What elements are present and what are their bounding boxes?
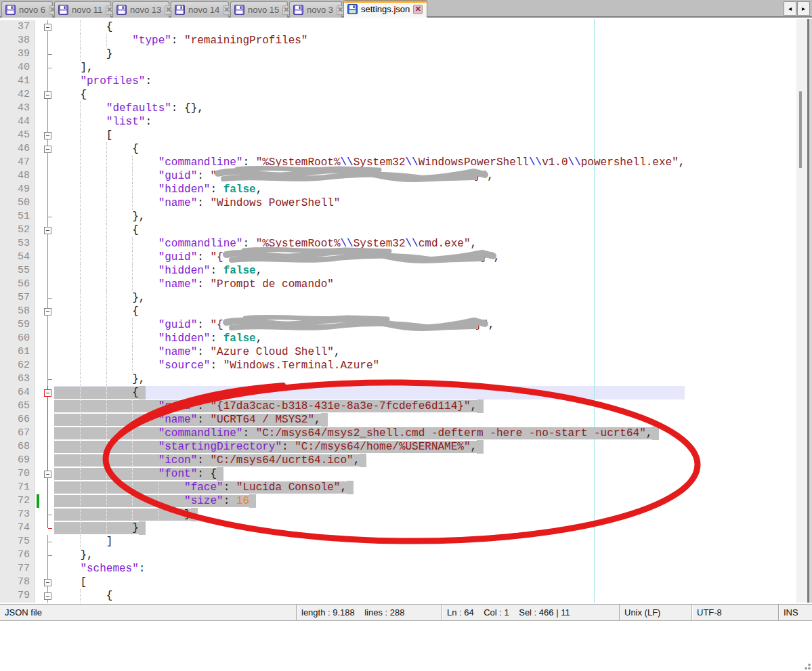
code-text-area[interactable]: [ — [54, 576, 685, 589]
code-text-area[interactable]: "name": "Azure Cloud Shell", — [54, 345, 685, 359]
code-text-area[interactable]: }, — [54, 291, 685, 305]
code-line-51[interactable]: 51 }, — [0, 210, 685, 223]
code-line-68[interactable]: 68 "startingDirectory": "C:/msys64/home/… — [0, 440, 685, 454]
code-line-46[interactable]: 46 { — [0, 142, 685, 156]
code-line-59[interactable]: 59 "guid": "{}", — [0, 318, 685, 332]
editor-pane[interactable]: 37 {38 "type": "remainingProfiles"39 }40… — [0, 19, 812, 603]
code-line-48[interactable]: 48 "guid": "}", — [0, 169, 685, 183]
code-text-area[interactable]: "name": "Windows PowerShell" — [54, 196, 685, 210]
fold-toggle[interactable] — [44, 227, 51, 234]
resize-grip[interactable] — [803, 662, 811, 670]
tab-scroll-right-button[interactable]: ▸ — [797, 1, 810, 16]
code-text-area[interactable]: "commandline": "%SystemRoot%\\System32\\… — [54, 156, 685, 169]
code-line-39[interactable]: 39 } — [0, 47, 685, 61]
code-line-50[interactable]: 50 "name": "Windows PowerShell" — [0, 196, 685, 210]
fold-toggle[interactable] — [44, 579, 51, 586]
code-text-area[interactable]: }, — [54, 372, 685, 386]
code-text-area[interactable]: }, — [54, 548, 685, 562]
code-text-area[interactable]: } — [54, 508, 685, 521]
tab-novo-6[interactable]: novo 6✕ — [1, 1, 53, 18]
code-line-40[interactable]: 40 ], — [0, 61, 685, 74]
code-line-47[interactable]: 47 "commandline": "%SystemRoot%\\System3… — [0, 156, 685, 169]
code-text-area[interactable]: "guid": "{}", — [54, 251, 685, 264]
code-line-77[interactable]: 77 "schemes": — [0, 562, 685, 576]
code-line-74[interactable]: 74 } — [0, 521, 685, 535]
code-text-area[interactable]: "hidden": false, — [54, 332, 685, 345]
code-text-area[interactable]: "startingDirectory": "C:/msys64/home/%US… — [54, 440, 685, 454]
fold-toggle[interactable] — [44, 471, 51, 478]
code-line-63[interactable]: 63 }, — [0, 372, 685, 386]
code-text-area[interactable]: "guid": "{17da3cac-b318-431e-8a3e-7fcdef… — [54, 399, 685, 413]
code-line-79[interactable]: 79 { — [0, 589, 685, 603]
tab-novo-3[interactable]: novo 3✕ — [289, 1, 342, 18]
code-text-area[interactable]: "hidden": false, — [54, 183, 685, 196]
code-line-42[interactable]: 42 { — [0, 88, 685, 102]
code-line-65[interactable]: 65 "guid": "{17da3cac-b318-431e-8a3e-7fc… — [0, 399, 685, 413]
code-text-area[interactable]: "face": "Lucida Console", — [54, 481, 685, 494]
code-line-41[interactable]: 41 "profiles": — [0, 74, 685, 88]
code-line-66[interactable]: 66 "name": "UCRT64 / MSYS2", — [0, 413, 685, 427]
tab-settings.json[interactable]: settings.json✕ — [343, 0, 427, 18]
code-line-72[interactable]: 72 "size": 16 — [0, 494, 685, 508]
vertical-scrollbar-thumb[interactable] — [799, 91, 802, 168]
code-line-43[interactable]: 43 "defaults": {}, — [0, 102, 685, 115]
code-text-area[interactable]: "profiles": — [54, 74, 685, 88]
fold-toggle[interactable] — [44, 389, 51, 397]
code-line-58[interactable]: 58 { — [0, 305, 685, 318]
code-text-area[interactable]: "name": "Prompt de comando" — [54, 278, 685, 291]
fold-toggle[interactable] — [44, 308, 51, 316]
code-text-area[interactable]: "hidden": false, — [54, 264, 685, 278]
code-text-area[interactable]: "commandline": "C:/msys64/msys2_shell.cm… — [54, 427, 685, 440]
code-text-area[interactable]: "source": "Windows.Terminal.Azure" — [54, 359, 685, 372]
code-text-area[interactable]: "guid": "{}", — [54, 318, 685, 332]
tab-novo-15[interactable]: novo 15✕ — [230, 1, 288, 18]
vertical-scrollbar-track[interactable] — [796, 19, 807, 603]
code-text-area[interactable]: } — [54, 47, 685, 61]
code-line-61[interactable]: 61 "name": "Azure Cloud Shell", — [0, 345, 685, 359]
code-text-area[interactable]: { — [54, 386, 685, 399]
code-line-69[interactable]: 69 "icon": "C:/msys64/ucrt64.ico", — [0, 454, 685, 467]
code-text-area[interactable]: "defaults": {}, — [54, 102, 685, 115]
code-line-45[interactable]: 45 [ — [0, 129, 685, 142]
code-text-area[interactable]: [ — [54, 129, 685, 142]
code-text-area[interactable]: "commandline": "%SystemRoot%\\System32\\… — [54, 237, 685, 251]
code-line-71[interactable]: 71 "face": "Lucida Console", — [0, 481, 685, 494]
code-line-37[interactable]: 37 { — [0, 20, 685, 34]
code-text-area[interactable]: "list": — [54, 115, 685, 129]
code-text-area[interactable]: "guid": "}", — [54, 169, 685, 183]
code-line-76[interactable]: 76 }, — [0, 548, 685, 562]
fold-toggle[interactable] — [44, 91, 51, 99]
code-text-area[interactable]: } — [54, 521, 685, 535]
tab-novo-14[interactable]: novo 14✕ — [171, 1, 229, 18]
code-line-53[interactable]: 53 "commandline": "%SystemRoot%\\System3… — [0, 237, 685, 251]
code-line-70[interactable]: 70 "font": { — [0, 467, 685, 481]
fold-toggle[interactable] — [44, 146, 51, 153]
tab-close-icon[interactable]: ✕ — [413, 5, 423, 14]
code-text-area[interactable]: { — [54, 305, 685, 318]
code-line-60[interactable]: 60 "hidden": false, — [0, 332, 685, 345]
tab-novo-13[interactable]: novo 13✕ — [112, 1, 169, 18]
code-line-78[interactable]: 78 [ — [0, 576, 685, 589]
code-text-area[interactable]: { — [54, 589, 685, 603]
code-text-area[interactable]: ] — [54, 535, 685, 548]
tab-novo-11[interactable]: novo 11✕ — [54, 1, 111, 18]
code-line-38[interactable]: 38 "type": "remainingProfiles" — [0, 34, 685, 47]
code-text-area[interactable]: "name": "UCRT64 / MSYS2", — [54, 413, 685, 427]
code-line-64[interactable]: 64 { — [0, 386, 685, 399]
code-line-67[interactable]: 67 "commandline": "C:/msys64/msys2_shell… — [0, 427, 685, 440]
code-line-49[interactable]: 49 "hidden": false, — [0, 183, 685, 196]
code-line-52[interactable]: 52 { — [0, 223, 685, 237]
code-text-area[interactable]: "font": { — [54, 467, 685, 481]
code-text-area[interactable]: ], — [54, 61, 685, 74]
code-text-area[interactable]: { — [54, 223, 685, 237]
code-text-area[interactable]: { — [54, 20, 685, 34]
code-text-area[interactable]: "icon": "C:/msys64/ucrt64.ico", — [54, 454, 685, 467]
code-line-54[interactable]: 54 "guid": "{}", — [0, 251, 685, 264]
code-text-area[interactable]: { — [54, 88, 685, 102]
code-line-75[interactable]: 75 ] — [0, 535, 685, 548]
code-line-56[interactable]: 56 "name": "Prompt de comando" — [0, 278, 685, 291]
code-line-57[interactable]: 57 }, — [0, 291, 685, 305]
code-line-62[interactable]: 62 "source": "Windows.Terminal.Azure" — [0, 359, 685, 372]
code-line-44[interactable]: 44 "list": — [0, 115, 685, 129]
tab-scroll-left-button[interactable]: ◂ — [784, 1, 796, 16]
